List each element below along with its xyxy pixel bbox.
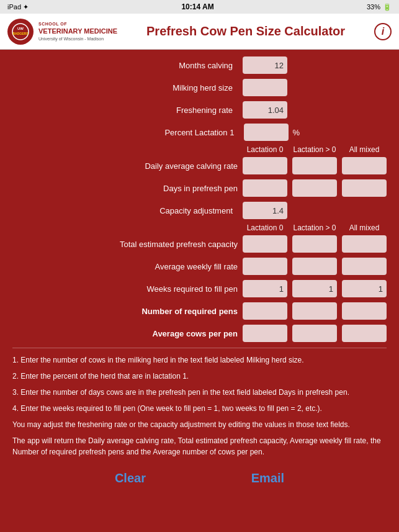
num-required-pens-row: Number of required pens: [12, 302, 387, 320]
days-prefresh-label: Days in prefresh pen: [12, 184, 243, 193]
total-est-inputs: [243, 235, 387, 253]
total-est-lac1-input[interactable]: [292, 235, 337, 253]
weeks-required-label: Weeks required to fill pen: [12, 284, 243, 294]
total-est-mixed-input[interactable]: [342, 235, 387, 253]
days-prefresh-inputs: [243, 179, 387, 197]
battery-icon: 🔋: [383, 3, 392, 11]
daily-avg-lac0-input[interactable]: [243, 157, 287, 174]
logo-university: University of Wisconsin - Madison: [38, 36, 117, 42]
col-header-mixed: All mixed: [342, 145, 387, 154]
days-prefresh-row: Days in prefresh pen: [12, 179, 387, 197]
clear-button[interactable]: Clear: [102, 469, 158, 488]
status-bar: iPad ✦ 10:14 AM 33% 🔋: [0, 0, 399, 14]
footer-buttons: Clear Email: [12, 462, 387, 494]
main-content: Months calving Milking herd size Freshen…: [0, 50, 399, 532]
total-est-label: Total estimated prefresh capacity: [12, 240, 243, 249]
capacity-adj-input[interactable]: [243, 202, 287, 219]
instruction-4: 4. Enter the weeks required to fill pen …: [12, 403, 387, 414]
daily-avg-mixed-input[interactable]: [342, 157, 387, 174]
avg-cows-mixed-input[interactable]: [342, 325, 387, 342]
avg-cows-lac0-input[interactable]: [243, 325, 287, 342]
daily-avg-lac1-input[interactable]: [292, 157, 337, 174]
logo-college: VETERINARY MEDICINE: [38, 27, 117, 35]
col-headers-2: Lactation 0 Lactation > 0 All mixed: [12, 223, 387, 232]
weeks-lac1-input[interactable]: [292, 280, 337, 297]
avg-weekly-lac0-input[interactable]: [243, 258, 287, 275]
device-label: iPad ✦: [7, 3, 29, 11]
svg-text:UW: UW: [17, 27, 24, 30]
avg-weekly-mixed-input[interactable]: [342, 258, 387, 275]
months-calving-label: Months calving: [12, 61, 238, 70]
instruction-para2: You may adjust the freshening rate or th…: [12, 419, 387, 430]
logo-circle: UW BADGERS: [7, 19, 34, 45]
avg-weekly-lac1-input[interactable]: [292, 258, 337, 275]
milking-herd-label: Milking herd size: [12, 83, 238, 92]
milking-herd-row: Milking herd size: [12, 78, 387, 97]
weeks-required-row: Weeks required to fill pen: [12, 279, 387, 298]
num-req-mixed-input[interactable]: [342, 302, 387, 320]
logo-text: SCHOOL OF VETERINARY MEDICINE University…: [38, 21, 117, 41]
battery-label: 33%: [367, 3, 380, 11]
months-calving-row: Months calving: [12, 56, 387, 74]
svg-text:BADGERS: BADGERS: [12, 32, 29, 35]
col-header2-mixed: All mixed: [342, 223, 387, 232]
email-button[interactable]: Email: [239, 469, 297, 488]
num-required-pens-inputs: [243, 302, 387, 320]
instruction-1: 1. Enter the number of cows in the milki…: [12, 354, 387, 366]
percent-lactation-label: Percent Lactation 1: [12, 128, 239, 137]
status-left: iPad ✦: [7, 3, 29, 11]
days-prefresh-lac1-input[interactable]: [292, 179, 337, 197]
col-headers-1: Lactation 0 Lactation > 0 All mixed: [12, 145, 387, 154]
total-est-row: Total estimated prefresh capacity: [12, 235, 387, 253]
avg-cows-per-pen-label: Average cows per pen: [12, 329, 243, 338]
col-header2-lac1: Lactation > 0: [292, 223, 337, 232]
instruction-2: 2. Enter the percent of the herd that ar…: [12, 371, 387, 382]
percent-unit: %: [292, 128, 300, 137]
capacity-adj-label: Capacity adjustment: [12, 206, 238, 215]
freshening-rate-row: Freshening rate: [12, 101, 387, 119]
weeks-mixed-input[interactable]: [342, 280, 387, 297]
avg-weekly-fill-label: Average weekly fill rate: [12, 262, 243, 271]
avg-cows-lac1-input[interactable]: [292, 325, 337, 342]
avg-weekly-fill-inputs: [243, 258, 387, 275]
num-required-pens-label: Number of required pens: [12, 307, 243, 316]
logo-school: SCHOOL OF: [38, 21, 117, 27]
freshening-rate-label: Freshening rate: [12, 106, 238, 115]
months-calving-input[interactable]: [243, 56, 287, 74]
percent-lactation-row: Percent Lactation 1 %: [12, 123, 387, 142]
info-button[interactable]: i: [374, 23, 392, 40]
status-time: 10:14 AM: [181, 2, 213, 11]
total-est-lac0-input[interactable]: [243, 235, 287, 253]
capacity-adj-row: Capacity adjustment: [12, 201, 387, 220]
days-prefresh-mixed-input[interactable]: [342, 179, 387, 197]
app-header: UW BADGERS SCHOOL OF VETERINARY MEDICINE…: [0, 14, 399, 50]
daily-avg-calving-inputs: [243, 157, 387, 174]
freshening-rate-input[interactable]: [243, 101, 287, 119]
milking-herd-input[interactable]: [243, 79, 287, 96]
page-title: Prefresh Cow Pen Size Calculator: [117, 24, 374, 38]
avg-cows-per-pen-inputs: [243, 325, 387, 342]
col-header-lac0: Lactation 0: [243, 145, 287, 154]
days-prefresh-lac0-input[interactable]: [243, 179, 287, 197]
percent-lactation-input[interactable]: [244, 124, 289, 141]
avg-weekly-fill-row: Average weekly fill rate: [12, 257, 387, 276]
daily-avg-calving-row: Daily average calving rate: [12, 156, 387, 175]
col-header-lac1: Lactation > 0: [292, 145, 337, 154]
num-req-lac0-input[interactable]: [243, 302, 287, 320]
status-right: 33% 🔋: [367, 3, 392, 11]
logo-area: UW BADGERS SCHOOL OF VETERINARY MEDICINE…: [7, 19, 117, 45]
divider: [12, 348, 387, 348]
instructions: 1. Enter the number of cows in the milki…: [12, 354, 387, 458]
col-header2-lac0: Lactation 0: [243, 223, 287, 232]
weeks-required-inputs: [243, 280, 387, 297]
instruction-para3: The app will return the Daily average ca…: [12, 435, 387, 458]
num-req-lac1-input[interactable]: [292, 302, 337, 320]
instruction-3: 3. Enter the number of days cows are in …: [12, 387, 387, 398]
avg-cows-per-pen-row: Average cows per pen: [12, 324, 387, 343]
daily-avg-calving-label: Daily average calving rate: [12, 161, 243, 171]
weeks-lac0-input[interactable]: [243, 280, 287, 297]
